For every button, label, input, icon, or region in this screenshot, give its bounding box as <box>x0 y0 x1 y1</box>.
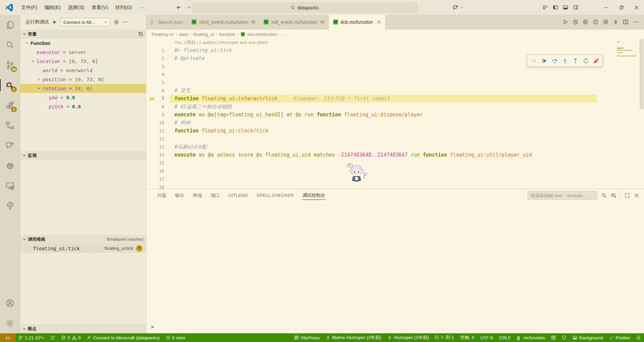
code-line-6[interactable]: 6# 交互 <box>146 87 644 95</box>
code-editor[interactable]: You, 2周前 | 2 authors (Alumoper and one o… <box>146 39 644 189</box>
code-line-16[interactable]: 16 <box>146 167 644 175</box>
split-editor[interactable] <box>623 19 629 25</box>
breadcrumb-item[interactable]: ... <box>282 32 286 37</box>
code-line-4[interactable]: 4 <box>146 70 644 78</box>
configure-gear-icon[interactable] <box>113 19 119 25</box>
remote-indicator[interactable] <box>0 333 15 342</box>
variable-row[interactable]: location = [0, 73, 0] <box>20 57 146 66</box>
close-panel-icon[interactable] <box>634 193 639 198</box>
code-line-7[interactable]: 7function floating_ui:interact/tickAlumo… <box>146 95 644 103</box>
activity-accounts[interactable] <box>0 293 20 313</box>
activity-todo-tree[interactable] <box>0 196 20 216</box>
variable-row[interactable]: pitch = 0.0 <box>20 102 146 111</box>
panel-tab-端口[interactable]: 端口 <box>206 189 224 202</box>
vitepress-status[interactable]: VitePress <box>291 333 323 342</box>
language-mode[interactable]: {}mcfunction <box>514 333 548 342</box>
extension-status-2[interactable] <box>559 333 570 342</box>
code-line-14[interactable]: 14execute as @a unless score @s floating… <box>146 151 644 159</box>
customize-layout-icon[interactable] <box>543 5 548 10</box>
clear-console-icon[interactable] <box>611 193 616 198</box>
restore-button[interactable] <box>614 0 629 15</box>
menu-item-0[interactable]: 文件(F) <box>17 2 41 12</box>
menu-item-2[interactable]: 选择(S) <box>64 2 88 12</box>
pet-mascot[interactable] <box>343 163 368 183</box>
panel-tab-SPELL CHECKER[interactable]: SPELL CHECKER <box>252 189 298 202</box>
session-timer[interactable]: 6 mins <box>163 333 189 342</box>
debug-session-status[interactable]: Connect to Minecraft (datapacks) <box>84 333 163 342</box>
more-actions[interactable] <box>633 19 639 25</box>
code-line-17[interactable]: 17 <box>146 175 644 183</box>
toggle-secondary-sidebar-icon[interactable] <box>573 5 578 10</box>
launch-config-select[interactable]: Connect to Mi... <box>60 18 111 26</box>
tab-tick.mcfunction[interactable]: tick.mcfunction <box>329 15 386 30</box>
panel-tab-问题[interactable]: 问题 <box>153 189 171 202</box>
step-into-button[interactable] <box>561 57 569 64</box>
variable-row[interactable]: yaw = 0.0 <box>20 93 146 102</box>
branch-status[interactable]: 1.21.10*+ <box>15 333 47 342</box>
maximize-panel-icon[interactable] <box>625 193 630 198</box>
gitlens-codelens[interactable]: You, 2周前 | 2 authors (Alumoper and one o… <box>146 39 644 46</box>
code-line-5[interactable]: 5 <box>146 78 644 87</box>
problems-status[interactable]: 00 <box>58 333 84 342</box>
variable-row[interactable]: world = overworld <box>20 66 146 75</box>
code-line-11[interactable]: 11function floating_ui:clock/tick <box>146 127 644 135</box>
callstack-section-header[interactable]: 调用堆栈 Breakpoint reached <box>20 235 146 244</box>
activity-chat[interactable] <box>0 135 20 156</box>
filter-search-icon[interactable] <box>601 193 607 198</box>
commit-graph[interactable] <box>613 19 619 25</box>
menu-item-1[interactable]: 编辑(E) <box>41 2 64 12</box>
watch-section-header[interactable]: 监视 <box>20 151 146 160</box>
collapse-all-icon[interactable] <box>138 32 143 37</box>
activity-settings[interactable] <box>0 313 20 333</box>
tab-roll_event.mcfunction[interactable]: roll_event.mcfunctionM <box>259 15 328 29</box>
code-line-1[interactable]: 1#> floating_ui:tick <box>146 46 644 54</box>
activity-explorer[interactable] <box>0 15 20 35</box>
code-line-12[interactable]: 12 <box>146 135 644 143</box>
panel-tab-输出[interactable]: 输出 <box>171 189 189 202</box>
previous-change[interactable] <box>583 19 588 25</box>
code-line-13[interactable]: 13#玩家uid分配 <box>146 143 644 151</box>
minimize-button[interactable] <box>599 0 614 15</box>
sync-status[interactable] <box>47 333 58 342</box>
gitlens-author[interactable]: Alumoper (1年前) <box>384 333 432 342</box>
continue-button[interactable] <box>540 57 548 64</box>
toggle-sidebar-icon[interactable] <box>553 5 558 10</box>
breadcrumb-item[interactable]: function <box>219 32 235 37</box>
menu-item-4[interactable]: 转到(G) <box>112 2 136 12</box>
debug-console-output[interactable] <box>146 202 644 333</box>
panel-tab-GITLENS[interactable]: GITLENS <box>224 189 252 202</box>
gitlens-blame[interactable]: Blame Alumoper (2年前) <box>323 333 384 342</box>
tab-click_event.mcfunction[interactable]: click_event.mcfunctionM <box>187 15 259 29</box>
code-line-8[interactable]: 8# UI远离二十格自动销毁 <box>146 103 644 111</box>
console-filter-input[interactable] <box>528 191 597 200</box>
console-input-prompt[interactable]: > <box>151 324 154 330</box>
close-button[interactable] <box>629 0 644 15</box>
breadcrumb-item[interactable]: tick.mcfunction <box>247 32 277 37</box>
restart-button[interactable] <box>582 57 589 64</box>
prettier-status[interactable]: Prettier <box>606 333 633 342</box>
variable-row[interactable]: position = [0, 73, 0] <box>20 75 146 84</box>
encoding[interactable]: UTF-8 <box>477 333 496 342</box>
command-center-search[interactable]: datapacks <box>192 3 417 12</box>
menu-item-3[interactable]: 查看(V) <box>88 2 111 12</box>
activity-search[interactable] <box>0 35 20 55</box>
panel-tab-调试控制台[interactable]: 调试控制台 <box>298 189 330 202</box>
disconnect-button[interactable] <box>592 57 600 64</box>
close-tab-icon[interactable] <box>377 20 381 24</box>
callstack-frame[interactable]: floating_ui:tickfloating_ui:tick7 <box>20 244 146 253</box>
step-over-button[interactable] <box>551 57 558 64</box>
forward-arrow-icon[interactable] <box>186 5 192 10</box>
breadcrumb-item[interactable]: Floating-UI <box>152 32 174 37</box>
breadcrumb-item[interactable]: data <box>179 32 188 37</box>
back-arrow-icon[interactable] <box>176 5 181 10</box>
notifications-bell[interactable] <box>633 333 644 342</box>
run-button[interactable] <box>562 19 568 25</box>
activity-extensions[interactable]: 3 <box>0 95 20 115</box>
tab-launch.json[interactable]: {}launch.json <box>146 15 187 29</box>
background-status[interactable]: Background <box>570 333 606 342</box>
code-line-18[interactable]: 18 <box>146 183 644 189</box>
variable-row[interactable]: rotation = [0, 0] <box>20 84 146 93</box>
copilot-menu[interactable] <box>453 0 464 15</box>
cursor-position[interactable]: 行 7, 列 1 <box>432 333 457 342</box>
code-line-10[interactable]: 10# 时钟 <box>146 119 644 127</box>
